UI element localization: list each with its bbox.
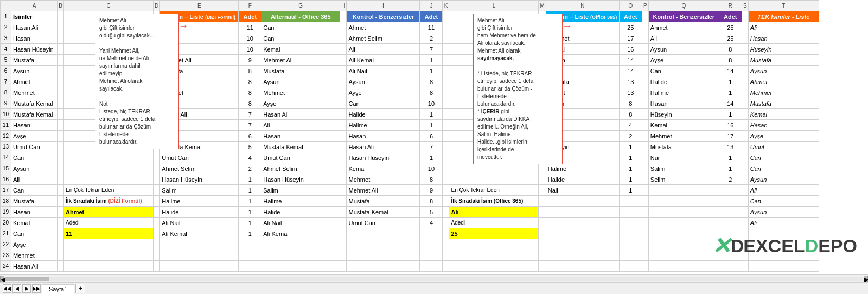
cell-b8 — [58, 87, 64, 98]
cell-b21 — [58, 228, 64, 239]
cell-k17 — [443, 185, 449, 196]
cell-o3: 17 — [619, 33, 642, 44]
col-header-m[interactable]: M — [539, 1, 546, 11]
cell-q15: Salim — [648, 163, 719, 174]
cell-r4: 8 — [719, 44, 742, 55]
col-header-o[interactable]: O — [619, 1, 642, 11]
cell-j1: Adet — [420, 11, 443, 22]
col-header-g[interactable]: G — [261, 1, 340, 11]
col-header-n[interactable]: N — [546, 1, 619, 11]
row-num: 23 — [1, 250, 11, 261]
logo: ✕ D EXCEL D EPO — [712, 233, 857, 259]
cell-l22 — [449, 239, 539, 250]
col-header-q[interactable]: Q — [648, 1, 719, 11]
cell-k11 — [443, 120, 449, 131]
scrollbar[interactable]: ◀ ▶ — [0, 274, 868, 282]
col-header-j[interactable]: J — [420, 1, 443, 11]
cell-n24 — [546, 261, 619, 272]
cell-o8: 13 — [619, 87, 642, 98]
col-header-t[interactable]: T — [748, 1, 819, 11]
cell-r17 — [719, 185, 742, 196]
cell-j10: 1 — [420, 109, 443, 120]
cell-q3: Ali — [648, 33, 719, 44]
scroll-thumb[interactable] — [5, 277, 49, 281]
cell-h13 — [340, 142, 347, 152]
tab-add-button[interactable]: + — [75, 284, 85, 293]
col-header-p[interactable]: P — [642, 1, 648, 11]
cell-h6 — [340, 66, 347, 76]
cell-l20-label: Adedi — [449, 218, 539, 228]
cell-s1 — [742, 11, 748, 22]
cell-i23 — [347, 250, 420, 261]
col-header-r[interactable]: R — [719, 1, 742, 11]
cell-f6: 8 — [239, 66, 261, 76]
cell-s11 — [742, 120, 748, 131]
col-header-d[interactable]: D — [154, 1, 160, 11]
scroll-track[interactable] — [5, 277, 863, 281]
col-header-i[interactable]: I — [347, 1, 420, 11]
col-header-a[interactable]: A — [11, 1, 58, 11]
cell-t1: TEK İsimler - Liste — [748, 11, 819, 22]
cell-a11: Hasan — [11, 120, 58, 131]
note-right: Mehmet Ali gibi Çift isimler hem Mehmet … — [473, 14, 563, 164]
cell-k18 — [443, 196, 449, 207]
cell-a15: Aysun — [11, 163, 58, 174]
col-header-e[interactable]: E — [160, 1, 239, 11]
cell-r24 — [719, 261, 742, 272]
cell-o6: 14 — [619, 66, 642, 76]
row-num: 10 — [1, 109, 11, 120]
cell-j20: 4 — [420, 218, 443, 228]
cell-n22 — [546, 239, 619, 250]
cell-r5: 8 — [719, 55, 742, 66]
col-header-s[interactable]: S — [742, 1, 748, 11]
tab-nav-next[interactable]: ▶ — [22, 284, 31, 293]
row-num: 4 — [1, 44, 11, 55]
cell-p8 — [642, 87, 648, 98]
row-num: 2 — [1, 22, 11, 33]
cell-s6 — [742, 66, 748, 76]
cell-h20 — [340, 218, 347, 228]
cell-l18-sublabel: İlk Sıradaki İsim (Office 365) — [449, 196, 539, 207]
cell-a3: Hasan — [11, 33, 58, 44]
cell-d16 — [154, 174, 160, 185]
tab-sayfa1[interactable]: Sayfa1 — [42, 284, 74, 294]
cell-h3 — [340, 33, 347, 44]
cell-b6 — [58, 66, 64, 76]
cell-g22 — [261, 239, 340, 250]
col-header-f[interactable]: F — [239, 1, 261, 11]
cell-o4: 16 — [619, 44, 642, 55]
cell-f1: Adet — [239, 11, 261, 22]
scroll-left-btn[interactable]: ◀ — [0, 276, 4, 282]
tab-nav-first[interactable]: ◀◀ — [3, 284, 11, 293]
cell-s3 — [742, 33, 748, 44]
col-header-c[interactable]: C — [64, 1, 154, 11]
cell-p20 — [642, 218, 648, 228]
cell-q14: Nail — [648, 152, 719, 163]
cell-p11 — [642, 120, 648, 131]
cell-g13: Mustafa Kemal — [261, 142, 340, 152]
scroll-right-btn[interactable]: ▶ — [864, 276, 868, 282]
row-num: 16 — [1, 174, 11, 185]
cell-m23 — [539, 250, 546, 261]
cell-j13: 7 — [420, 142, 443, 152]
cell-o19 — [619, 207, 642, 218]
col-header-b[interactable]: B — [58, 1, 64, 11]
tab-nav-prev[interactable]: ◀ — [12, 284, 21, 293]
row-num: 19 — [1, 207, 11, 218]
cell-e19: Halide — [160, 207, 239, 218]
tab-nav-last[interactable]: ▶▶ — [32, 284, 41, 293]
cell-f11: 7 — [239, 120, 261, 131]
cell-p13 — [642, 142, 648, 152]
cell-b14 — [58, 152, 64, 163]
cell-h15 — [340, 163, 347, 174]
col-header-k[interactable]: K — [443, 1, 449, 11]
cell-r9: 14 — [719, 98, 742, 109]
cell-o23 — [619, 250, 642, 261]
col-header-h[interactable]: H — [340, 1, 347, 11]
col-header-l[interactable]: L — [449, 1, 539, 11]
cell-a6: Aysun — [11, 66, 58, 76]
cell-a9: Mustafa Kemal — [11, 98, 58, 109]
cell-c14 — [64, 152, 154, 163]
cell-q20 — [648, 218, 719, 228]
cell-o22 — [619, 239, 642, 250]
